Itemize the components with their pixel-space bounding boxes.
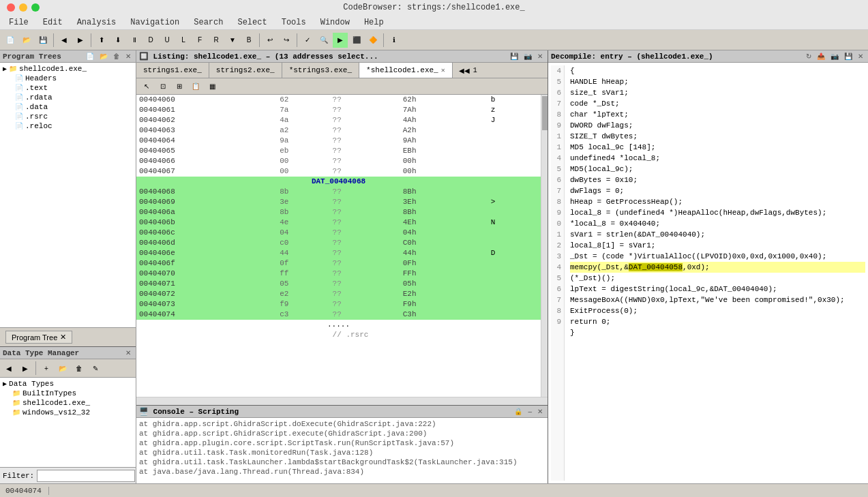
tb-btn-6[interactable]: L	[176, 33, 191, 48]
console-lock-btn[interactable]: 🔒	[512, 407, 524, 416]
tb-btn-2[interactable]: ⬇	[110, 33, 125, 48]
listing-data-row[interactable]: 00404065eb??EBh	[136, 146, 541, 156]
tb-save[interactable]: 💾	[35, 33, 50, 48]
program-tree-tab-btn[interactable]: Program Tree ✕	[5, 331, 72, 344]
listing-tab-prev[interactable]: ◀◀	[455, 63, 473, 78]
listing-data-row[interactable]: 0040406f0f??0Fh	[136, 258, 541, 269]
menu-file[interactable]: File	[3, 16, 34, 29]
pt-close-btn[interactable]: ✕	[123, 52, 133, 61]
listing-snap-btn[interactable]: 📷	[522, 52, 534, 61]
tb-back[interactable]: ◀	[57, 33, 72, 48]
tb-stop[interactable]: ⬛	[349, 33, 364, 48]
menu-help[interactable]: Help	[359, 16, 389, 29]
tb-btn-4[interactable]: D	[143, 33, 158, 48]
listing-data-row[interactable]: 0040406a8b??8Bh	[136, 207, 541, 217]
tree-item-data[interactable]: 📄 .data	[1, 102, 134, 112]
listing-save-btn[interactable]: 💾	[508, 52, 520, 61]
tb-debug[interactable]: 🔶	[365, 33, 380, 48]
tree-item-root[interactable]: ▶ 📁 shellcode1.exe_	[1, 64, 134, 74]
listing-tab-shellcode[interactable]: *shellcode1.exe_ ✕	[359, 63, 453, 78]
listing-data-row[interactable]: 0040406700??00h	[136, 166, 541, 177]
listing-data-row[interactable]: 0040406600??00h	[136, 156, 541, 166]
listing-data-row[interactable]: 0040406062??62hb	[136, 95, 541, 105]
listing-data-row[interactable]: 0040406e44??44hD	[136, 248, 541, 258]
menu-window[interactable]: Window	[315, 16, 355, 29]
console-close-btn[interactable]: ✕	[535, 407, 545, 416]
filter-input[interactable]	[37, 470, 135, 482]
pt-open-btn[interactable]: 📂	[98, 52, 110, 61]
tb-btn-3[interactable]: Ⅱ	[127, 33, 142, 48]
menu-select[interactable]: Select	[232, 16, 272, 29]
lt-filter-btn[interactable]: ⊞	[172, 79, 187, 94]
dtm-btn-4[interactable]: ✎	[88, 361, 103, 376]
listing-data-row[interactable]: 00404070ff??FFh	[136, 269, 541, 279]
listing-data-row[interactable]: 00404063a2??A2h	[136, 125, 541, 136]
listing-tab-strings3[interactable]: *strings3.exe_	[282, 63, 359, 78]
listing-tab-strings2[interactable]: strings2.exe_	[209, 63, 282, 78]
dtm-btn-2[interactable]: 📂	[55, 361, 70, 376]
lt-snap-btn[interactable]: 📋	[188, 79, 203, 94]
listing-hscrollbar[interactable]	[136, 397, 548, 405]
decompile-content[interactable]: 456789114567890123456789{ HANDLE hHeap; …	[548, 63, 868, 483]
maximize-button[interactable]	[31, 3, 40, 12]
dtm-item-win[interactable]: 📁 windows_vs12_32	[1, 408, 134, 417]
dtm-btn-3[interactable]: 🗑	[72, 361, 87, 376]
tree-item-headers[interactable]: 📄 Headers	[1, 74, 134, 83]
tb-btn-10[interactable]: B	[241, 33, 256, 48]
listing-data-row[interactable]: 0040406c04??04h	[136, 228, 541, 238]
listing-close-btn[interactable]: ✕	[535, 52, 545, 61]
listing-data-row[interactable]: 0040406dc0??C0h	[136, 238, 541, 248]
tree-item-rsrc[interactable]: 📄 .rsrc	[1, 112, 134, 121]
menu-analysis[interactable]: Analysis	[72, 16, 122, 29]
tb-btn-5[interactable]: U	[160, 33, 175, 48]
dtm-btn-back[interactable]: ◀	[1, 361, 16, 376]
close-button[interactable]	[7, 3, 15, 12]
tb-btn-14[interactable]: 🔍	[316, 33, 331, 48]
listing-scrollbar[interactable]	[541, 95, 548, 397]
decompile-close-btn[interactable]: ✕	[856, 52, 865, 61]
tb-btn-9[interactable]: ▼	[225, 33, 240, 48]
dtm-close-btn[interactable]: ✕	[123, 348, 133, 357]
listing-data-row[interactable]: 004040617a??7Ahz	[136, 105, 541, 115]
tb-btn-13[interactable]: ✓	[300, 33, 315, 48]
listing-data-row[interactable]: 0040406b4e??4EhN	[136, 217, 541, 228]
listing-data-row[interactable]: 0040407105??05h	[136, 279, 541, 289]
decompile-snap-btn[interactable]: 📷	[828, 52, 841, 61]
console-min-btn[interactable]: –	[526, 407, 534, 416]
program-tree-tab-close[interactable]: ✕	[60, 333, 66, 342]
decompile-export-btn[interactable]: 📤	[815, 52, 827, 61]
tb-open[interactable]: 📂	[19, 33, 34, 48]
listing-tab-close-4[interactable]: ✕	[441, 66, 445, 74]
tb-new[interactable]: 📄	[3, 33, 18, 48]
minimize-button[interactable]	[19, 3, 27, 12]
tree-item-rdata[interactable]: 📄 .rdata	[1, 93, 134, 102]
listing-data-row[interactable]: 004040649a??9Ah	[136, 136, 541, 146]
listing-data-row[interactable]: 00404074c3??C3h	[136, 310, 541, 320]
listing-data-row[interactable]: 004040624a??4AhJ	[136, 115, 541, 125]
pt-add-btn[interactable]: 📄	[84, 52, 96, 61]
decompile-save-btn[interactable]: 💾	[842, 52, 854, 61]
menu-edit[interactable]: Edit	[38, 16, 68, 29]
decompile-refresh-btn[interactable]: ↻	[804, 52, 813, 61]
listing-tab-strings1[interactable]: strings1.exe_	[136, 63, 209, 78]
listing-data-row[interactable]: 004040688b??8Bh	[136, 187, 541, 197]
lt-cursor-btn[interactable]: ↖	[139, 79, 154, 94]
dtm-item-shell[interactable]: 📁 shellcode1.exe_	[1, 398, 134, 408]
listing-content[interactable]: 0040406062??62hb004040617a??7Ahz00404062…	[136, 95, 548, 397]
pt-delete-btn[interactable]: 🗑	[111, 52, 122, 61]
dtm-btn-fwd[interactable]: ▶	[18, 361, 33, 376]
tb-btn-1[interactable]: ⬆	[94, 33, 109, 48]
tree-item-reloc[interactable]: 📄 .reloc	[1, 121, 134, 131]
listing-data-row[interactable]: 00404073f9??F9h	[136, 299, 541, 310]
tb-btn-7[interactable]: F	[192, 33, 207, 48]
dtm-item-datatypes[interactable]: ▶ Data Types	[1, 379, 134, 389]
listing-scrollbar-thumb[interactable]	[542, 96, 548, 130]
tb-btn-12[interactable]: ↪	[279, 33, 294, 48]
dtm-item-builtin[interactable]: 📁 BuiltInTypes	[1, 389, 134, 398]
lt-field-btn[interactable]: ⊡	[155, 79, 170, 94]
dtm-btn-1[interactable]: +	[39, 361, 54, 376]
lt-marker-btn[interactable]: ▦	[205, 79, 220, 94]
listing-data-row[interactable]: 004040693e??3Eh>	[136, 197, 541, 207]
tb-forward[interactable]: ▶	[73, 33, 88, 48]
tb-run[interactable]: ▶	[333, 33, 348, 48]
